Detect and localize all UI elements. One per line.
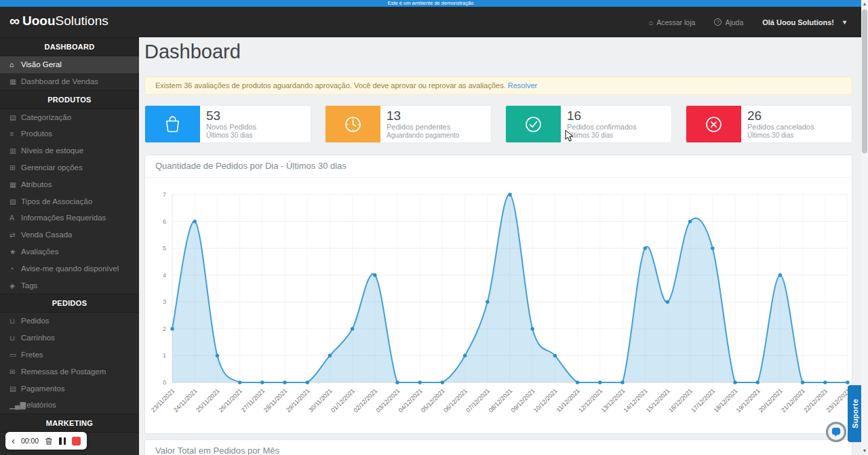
speedometer-icon: ⌂ — [9, 56, 21, 73]
svg-text:5: 5 — [163, 245, 166, 252]
sidebar-item-tags[interactable]: ◈Tags — [0, 277, 139, 294]
brand-logo[interactable]: ∞UoouSolutions — [9, 13, 108, 29]
svg-text:6: 6 — [163, 218, 166, 225]
pending-reviews-alert: Existem 36 avaliações de produtos aguard… — [144, 77, 852, 95]
sidebar-section-produtos: PRODUTOS — [0, 90, 139, 109]
tag-icon: ◈ — [9, 277, 21, 294]
help-icon: ? — [714, 18, 722, 26]
orders-by-day-title: Quantidade de Pedidos por Dia - Últimos … — [145, 155, 852, 178]
scroll-up-arrow-icon[interactable]: ▲ — [861, 1, 868, 7]
svg-text:0: 0 — [163, 379, 166, 386]
card-label: Novos Pedidos — [206, 123, 256, 132]
sidebar-item-n-veis-de-estoque[interactable]: ▥Níveis de estoque — [0, 142, 139, 159]
sidebar-item-pagamentos[interactable]: ▤Pagamentos — [0, 380, 139, 397]
stat-card-pedidos-pendentes[interactable]: 13Pedidos pendentesAguardando pagamento — [325, 105, 492, 143]
shopping-bag-icon — [145, 106, 200, 142]
demo-banner: Este é um ambiente de demonstração — [0, 0, 861, 7]
table-icon: ▦ — [9, 176, 21, 193]
cart-icon: ⊔ — [9, 313, 21, 330]
resolve-link[interactable]: Resolver — [508, 81, 537, 90]
nav-user-label: Olá Uoou Solutions! — [762, 18, 834, 26]
scroll-down-arrow-icon[interactable]: ▼ — [861, 448, 868, 454]
top-nav: ⌂Acessar loja?AjudaOlá Uoou Solutions!▾ — [649, 7, 846, 37]
caret-down-icon[interactable]: ▾ — [843, 18, 846, 26]
grid-icon: ⊞ — [9, 159, 21, 176]
sidebar-section-pedidos: PEDIDOS — [0, 294, 139, 313]
image-icon: ▨ — [9, 193, 21, 210]
sidebar-item-informa-es-requeridas[interactable]: AInformações Requeridas — [0, 210, 139, 226]
envelope-icon: ✉ — [9, 363, 21, 380]
bar-chart-icon: ▁▄▇ — [9, 397, 21, 414]
sidebar-item-remessas-de-postagem[interactable]: ✉Remessas de Postagem — [0, 363, 139, 380]
sidebar-item-vis-o-geral[interactable]: ⌂Visão Geral — [0, 56, 139, 73]
sidebar-item-venda-casada[interactable]: ⇄Venda Casada — [0, 226, 139, 243]
svg-text:26/11/2021: 26/11/2021 — [218, 387, 243, 413]
dashboard-icon: ▦ — [9, 73, 21, 90]
credit-card-icon: ▤ — [9, 380, 21, 397]
app-window: Este é um ambiente de demonstração ∞Uoou… — [0, 0, 868, 455]
main-content: Dashboard Existem 36 avaliações de produ… — [139, 37, 861, 455]
card-value: 16 — [567, 109, 637, 123]
nav-help-label: Ajuda — [725, 18, 743, 26]
card-label: Pedidos confirmados — [567, 123, 637, 132]
pause-recording-button[interactable] — [59, 437, 66, 445]
screen-recorder-toolbar: ‹ 00:00 — [5, 432, 87, 450]
card-value: 53 — [206, 109, 256, 123]
svg-text:10/12/2021: 10/12/2021 — [532, 387, 559, 414]
card-sublabel: Últimos 30 dias — [747, 132, 814, 140]
svg-text:2: 2 — [163, 325, 166, 332]
sidebar-item-gerenciar-op-es[interactable]: ⊞Gerenciar opções — [0, 159, 139, 176]
nav-store[interactable]: ⌂Acessar loja — [649, 18, 696, 26]
sidebar-item-atributos[interactable]: ▦Atributos — [0, 176, 139, 193]
chat-widget-button[interactable] — [825, 420, 848, 443]
nav-user[interactable]: Olá Uoou Solutions!▾ — [762, 18, 846, 26]
orders-by-day-panel: Quantidade de Pedidos por Dia - Últimos … — [144, 155, 852, 434]
sidebar-item-avise-me-quando-dispon-vel[interactable]: ◔Avise-me quando disponível — [0, 260, 139, 277]
sidebar-item-carrinhos[interactable]: ⊔Carrinhos — [0, 330, 139, 347]
folder-icon: ▤ — [9, 109, 21, 126]
top-bar: ∞UoouSolutions ⌂Acessar loja?AjudaOlá Uo… — [0, 7, 861, 37]
orders-by-day-chart: 0123456723/11/202124/11/202125/11/202126… — [145, 179, 853, 434]
svg-text:24/11/2021: 24/11/2021 — [172, 387, 198, 413]
collapse-recorder-button[interactable]: ‹ — [12, 433, 15, 448]
stat-cards-row: 53Novos PedidosÚltimos 30 dias13Pedidos … — [144, 105, 852, 143]
sidebar-item-tipos-de-associa-o[interactable]: ▨Tipos de Associação — [0, 193, 139, 210]
sidebar-item-fretes[interactable]: ▭Fretes — [0, 347, 139, 363]
card-sublabel: Últimos 30 dias — [206, 132, 256, 140]
stat-card-pedidos-confirmados[interactable]: 16Pedidos confirmadosÚltimos 30 dias — [505, 105, 672, 143]
nav-help[interactable]: ?Ajuda — [714, 18, 743, 26]
stat-card-novos-pedidos[interactable]: 53Novos PedidosÚltimos 30 dias — [144, 105, 311, 143]
stat-card-pedidos-cancelados[interactable]: 26Pedidos canceladosÚltimos 30 dias — [686, 105, 852, 143]
nav-store-label: Acessar loja — [656, 18, 695, 26]
total-by-month-title: Valor Total em Pedidos por Mês — [145, 440, 852, 455]
support-tab[interactable]: Suporte — [848, 385, 862, 442]
sidebar-item-produtos[interactable]: ≡Produtos — [0, 125, 139, 142]
scrollbar-thumb[interactable] — [862, 9, 867, 153]
sidebar-item-relat-rios[interactable]: ▁▄▇Relatórios — [0, 397, 139, 414]
alert-text: Existem 36 avaliações de produtos aguard… — [155, 81, 506, 90]
shuffle-icon: ⇄ — [9, 226, 21, 243]
check-circle-icon — [506, 106, 561, 142]
card-value: 26 — [747, 109, 814, 123]
cart-icon: ⊔ — [9, 330, 21, 347]
clock-icon — [326, 106, 380, 142]
recording-time: 00:00 — [21, 437, 39, 445]
sidebar-item-pedidos[interactable]: ⊔Pedidos — [0, 313, 139, 330]
brand-bold: Uoou — [22, 14, 56, 28]
svg-text:27/11/2021: 27/11/2021 — [240, 387, 266, 413]
sidebar-item-dashboard-de-vendas[interactable]: ▦Dashboard de Vendas — [0, 73, 139, 90]
stop-recording-button[interactable] — [72, 437, 81, 446]
card-label: Pedidos cancelados — [747, 123, 814, 132]
stop-icon — [72, 437, 81, 446]
pause-icon — [59, 437, 66, 445]
card-value: 13 — [387, 109, 459, 123]
sidebar-section-dashboard: DASHBOARD — [0, 37, 139, 56]
svg-text:23/11/2021: 23/11/2021 — [150, 387, 176, 413]
svg-text:28/11/2021: 28/11/2021 — [262, 387, 288, 413]
delete-recording-button[interactable] — [45, 437, 53, 446]
sidebar-item-categoriza-o[interactable]: ▤Categorização — [0, 109, 139, 126]
sidebar-item-avalia-es[interactable]: ★Avaliações — [0, 243, 139, 260]
page-scrollbar[interactable]: ▲ ▼ — [861, 0, 868, 455]
star-icon: ★ — [9, 243, 21, 260]
brand-light: Solutions — [56, 14, 108, 28]
